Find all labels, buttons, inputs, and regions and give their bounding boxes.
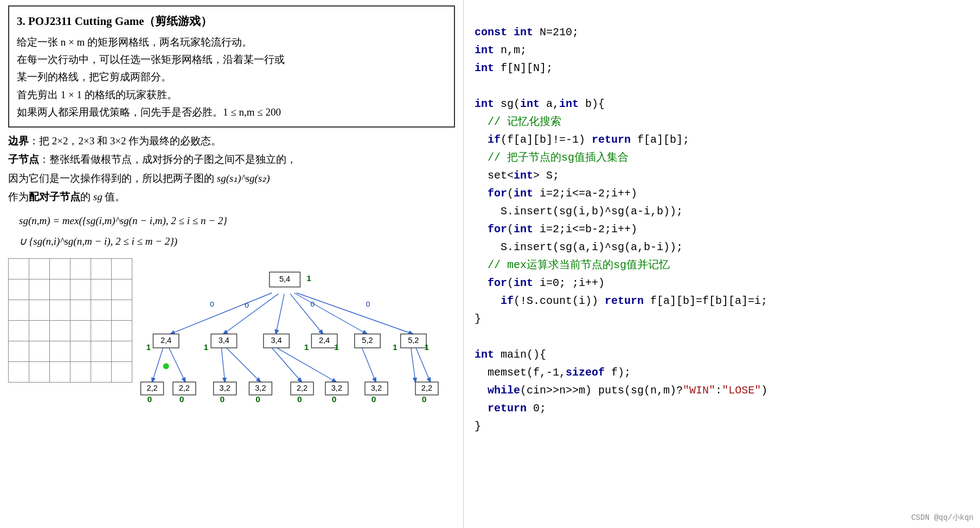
l2-3-label: 3,2 — [255, 384, 266, 392]
e-l1-5-l2-7 — [411, 348, 415, 382]
l1-2-label: 3,4 — [271, 336, 281, 345]
grid-cell-1-2 — [50, 279, 71, 300]
code-ln-22: return 0; — [475, 402, 546, 415]
grid-cell-1-0 — [9, 279, 29, 300]
code-ln-23: } — [475, 420, 481, 432]
grid-cell-4-2 — [50, 341, 71, 361]
problem-box: 3. POJ2311 Cutting Game（剪纸游戏） 给定一张 n × m… — [8, 5, 455, 128]
grid-container — [8, 258, 133, 427]
watermark: CSDN @qq/小kqn — [911, 512, 973, 524]
edge-label-5: 0 — [366, 300, 370, 308]
e-l1-4-l2-6 — [362, 348, 376, 382]
grid-cell-3-3 — [71, 320, 91, 341]
l1-5-sg: 1 — [424, 342, 429, 352]
grid-cell-1-4 — [91, 279, 112, 300]
l2-7-sg: 0 — [422, 395, 427, 404]
code-ln-8: // 把子节点的sg值插入集合 — [475, 151, 629, 164]
grid-cell-0-0 — [9, 258, 29, 279]
l2-4-sg: 0 — [297, 395, 302, 404]
l1-3-label: 2,4 — [319, 336, 330, 345]
problem-line-3: 某一列的格线，把它剪成两部分。 — [17, 68, 446, 86]
l2-1-sg: 0 — [180, 395, 184, 404]
grid-cell-2-4 — [91, 300, 112, 320]
analysis-bold-1: 边界 — [8, 135, 29, 147]
tree-svg: 0 0 0 0 5,4 1 — [138, 258, 455, 427]
problem-line-2: 在每一次行动中，可以任选一张矩形网格纸，沿着某一行或 — [17, 51, 446, 68]
code-ln-9: set<int> S; — [475, 169, 559, 182]
grid-cell-0-5 — [112, 258, 132, 279]
edge-root-l1-0 — [170, 293, 272, 334]
grid-cell-3-1 — [29, 320, 50, 341]
l2-5-sg: 0 — [332, 395, 337, 404]
grid-cell-0-4 — [91, 258, 112, 279]
grid-cell-3-0 — [9, 320, 29, 341]
e-l1-1-l2-3 — [226, 348, 260, 382]
l1-0-sg: 1 — [146, 342, 151, 352]
analysis-line-2: 子节点：整张纸看做根节点，成对拆分的子图之间不是独立的， — [8, 150, 455, 169]
analysis-line-3: 因为它们是一次操作得到的，所以把两子图的 sg(s₁)^sg(s₂) — [8, 169, 455, 188]
e-l1-1-l2-2 — [221, 348, 225, 382]
edge-root-l1-5 — [297, 293, 413, 334]
grid-cell-4-0 — [9, 341, 29, 361]
l2-6-sg: 0 — [371, 395, 376, 404]
code-ln-5: int sg(int a,int b){ — [475, 98, 605, 110]
l1-1-sg: 1 — [203, 342, 208, 352]
problem-line-5: 如果两人都采用最优策略，问先手是否必胜。1 ≤ n,m ≤ 200 — [17, 104, 446, 121]
e-l1-5-l2-8 — [416, 348, 430, 382]
code-ln-3: int f[N][N]; — [475, 62, 553, 74]
code-ln-19: int main(){ — [475, 348, 546, 361]
edge-label-1: 0 — [245, 301, 249, 309]
root-sg: 1 — [306, 273, 311, 283]
l1-0-label: 2,4 — [161, 336, 171, 345]
l2-7-label: 2,2 — [421, 384, 432, 392]
e-l1-2-l2-5 — [277, 348, 337, 382]
grid-cell-4-3 — [71, 341, 91, 361]
grid-cell-1-5 — [112, 279, 132, 300]
grid-cell-3-2 — [50, 320, 71, 341]
grid-cell-2-5 — [112, 300, 132, 320]
grid-cell-5-0 — [9, 361, 29, 382]
grid-cell-2-3 — [71, 300, 91, 320]
cursor-dot — [163, 363, 169, 369]
bottom-area: 0 0 0 0 5,4 1 — [8, 258, 455, 427]
analysis-bold-2: 子节点 — [8, 154, 39, 165]
l1-5-label: 5,2 — [408, 336, 419, 345]
grid-cell-3-5 — [112, 320, 132, 341]
e-l1-2-l2-4 — [272, 348, 302, 382]
code-ln-20: memset(f,-1,sizeof f); — [475, 366, 631, 379]
formula-line-2: ∪ {sg(n,i)^sg(n,m − i), 2 ≤ i ≤ m − 2}) — [19, 231, 455, 252]
l2-3-sg: 0 — [255, 395, 260, 404]
l2-4-label: 2,2 — [297, 384, 308, 392]
grid-cell-5-2 — [50, 361, 71, 382]
code-ln-2: int n,m; — [475, 44, 527, 56]
grid-cell-4-4 — [91, 341, 112, 361]
l2-1-label: 2,2 — [179, 384, 190, 392]
code-ln-13: S.insert(sg(a,i)^sg(a,b-i)); — [475, 241, 683, 253]
code-ln-17: } — [475, 313, 481, 325]
grid-cell-4-5 — [112, 341, 132, 361]
e-l1-0-l2-1 — [169, 348, 185, 382]
analysis-line-1: 边界：把 2×2，2×3 和 3×2 作为最终的必败态。 — [8, 132, 455, 150]
l1-3-sg: 1 — [304, 342, 309, 352]
problem-line-1: 给定一张 n × m 的矩形网格纸，两名玩家轮流行动。 — [17, 34, 446, 51]
grid-cell-2-2 — [50, 300, 71, 320]
code-ln-11: S.insert(sg(i,b)^sg(a-i,b)); — [475, 205, 683, 218]
grid-cell-5-3 — [71, 361, 91, 382]
l2-6-label: 3,2 — [371, 384, 382, 392]
l2-0-label: 2,2 — [146, 384, 157, 392]
grid-cell-2-1 — [29, 300, 50, 320]
grid-cell-1-3 — [71, 279, 91, 300]
root-label: 5,4 — [279, 275, 290, 283]
edge-root-l1-4 — [294, 293, 367, 334]
grid-cell-5-1 — [29, 361, 50, 382]
grid-table — [8, 258, 132, 383]
edge-root-l1-2 — [276, 294, 285, 334]
grid-cell-0-1 — [29, 258, 50, 279]
code-block: const int N=210; int n,m; int f[N][N]; i… — [475, 5, 969, 453]
problem-title: 3. POJ2311 Cutting Game（剪纸游戏） — [17, 12, 446, 31]
code-ln-21: while(cin>>n>>m) puts(sg(n,m)?"WIN":"LOS… — [475, 384, 767, 397]
grid-cell-2-0 — [9, 300, 29, 320]
grid-cell-0-2 — [50, 258, 71, 279]
edge-root-l1-1 — [223, 294, 278, 334]
grid-cell-4-1 — [29, 341, 50, 361]
